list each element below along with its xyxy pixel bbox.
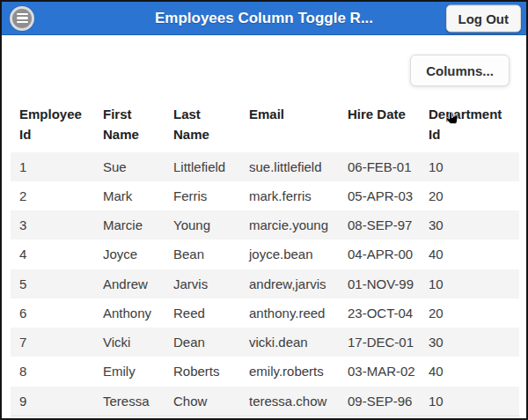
table-cell: 23-OCT-04 [339, 298, 420, 328]
table-cell: Littlefield [165, 152, 240, 181]
table-cell: teressa.chow [240, 387, 339, 416]
table-cell: 3 [11, 210, 94, 239]
table-cell: 40 [420, 239, 519, 269]
table-cell: 20 [420, 181, 519, 210]
column-header-department-id: Department Id [420, 100, 519, 152]
table-cell: 1 [11, 152, 94, 181]
app-header-bar: Employees Column Toggle R... Log Out [2, 2, 526, 35]
table-cell: Bean [165, 239, 240, 269]
table-cell: 2 [11, 181, 94, 210]
table-cell: andrew,jarvis [240, 269, 339, 298]
table-cell: 8 [11, 357, 94, 386]
page-title: Employees Column Toggle R... [155, 10, 373, 27]
table-cell: Chow [165, 387, 240, 416]
table-row: 3MarcieYoungmarcie.young08-SEP-9730 [11, 210, 519, 239]
columns-toggle-button[interactable]: Columns... [410, 55, 510, 86]
table-cell: Andrew [94, 269, 165, 298]
table-cell: 17-DEC-01 [339, 328, 420, 357]
table-row: 5AndrewJarvisandrew,jarvis01-NOV-9910 [11, 269, 519, 298]
table-cell: sue.littlefield [240, 152, 339, 181]
header-row: Employee Id First Name Last Name Email H… [11, 100, 519, 152]
table-cell: Jarvis [165, 269, 240, 298]
table-cell: emily.roberts [240, 357, 339, 386]
table-cell: anthony.reed [240, 298, 339, 328]
employees-table-header: Employee Id First Name Last Name Email H… [11, 100, 519, 152]
table-row: 1SueLittlefieldsue.littlefield06-FEB-011… [11, 152, 519, 181]
table-cell: 40 [420, 357, 519, 386]
table-cell: Vicki [94, 328, 165, 357]
table-cell: 9 [11, 387, 94, 416]
table-cell: 06-FEB-01 [339, 152, 420, 181]
table-cell: 6 [11, 298, 94, 328]
table-cell: Emily [94, 357, 165, 386]
employees-table-body: 1SueLittlefieldsue.littlefield06-FEB-011… [11, 152, 519, 416]
table-cell: Joyce [94, 239, 165, 269]
hamburger-menu-icon [17, 13, 28, 24]
table-cell: 04-APR-00 [339, 239, 420, 269]
table-cell: mark.ferris [240, 181, 339, 210]
table-cell: joyce.bean [240, 239, 339, 269]
hamburger-menu-button[interactable] [10, 6, 34, 31]
table-cell: 30 [420, 210, 519, 239]
app-window: Employees Column Toggle R... Log Out Col… [0, 0, 528, 420]
table-cell: Teressa [94, 387, 165, 416]
table-cell: 4 [11, 239, 94, 269]
table-row: 9TeressaChowteressa.chow09-SEP-9610 [11, 387, 519, 416]
table-cell: 01-NOV-99 [339, 269, 420, 298]
table-cell: Young [165, 210, 240, 239]
column-header-last-name: Last Name [165, 100, 240, 152]
table-cell: Roberts [165, 357, 240, 386]
table-cell: Anthony [94, 298, 165, 328]
table-cell: 05-APR-03 [339, 181, 420, 210]
table-cell: 10 [420, 152, 519, 181]
table-cell: vicki.dean [240, 328, 339, 357]
table-cell: 03-MAR-02 [339, 357, 420, 386]
page-content: Columns... Employee Id First Name Last N… [2, 35, 526, 416]
table-cell: 10 [420, 387, 519, 416]
table-cell: 7 [11, 328, 94, 357]
column-header-employee-id: Employee Id [11, 100, 94, 152]
table-row: 8EmilyRobertsemily.roberts03-MAR-0240 [11, 357, 519, 386]
employees-table: Employee Id First Name Last Name Email H… [11, 100, 519, 416]
table-cell: Marcie [94, 210, 165, 239]
table-cell: 09-SEP-96 [339, 387, 420, 416]
table-cell: 5 [11, 269, 94, 298]
table-cell: 20 [420, 298, 519, 328]
table-cell: 08-SEP-97 [339, 210, 420, 239]
table-row: 2MarkFerrismark.ferris05-APR-0320 [11, 181, 519, 210]
table-cell: Dean [165, 328, 240, 357]
table-row: 7VickiDeanvicki.dean17-DEC-0130 [11, 328, 519, 357]
column-header-first-name: First Name [94, 100, 165, 152]
table-cell: Ferris [165, 181, 240, 210]
table-row: 6AnthonyReedanthony.reed23-OCT-0420 [11, 298, 519, 328]
logout-button[interactable]: Log Out [446, 4, 521, 32]
table-row: 4JoyceBeanjoyce.bean04-APR-0040 [11, 239, 519, 269]
table-cell: Sue [94, 152, 165, 181]
table-cell: marcie.young [240, 210, 339, 239]
table-cell: 10 [420, 269, 519, 298]
table-cell: 30 [420, 328, 519, 357]
table-cell: Mark [94, 181, 165, 210]
column-header-email: Email [240, 100, 339, 152]
column-header-hire-date: Hire Date [339, 100, 420, 152]
table-cell: Reed [165, 298, 240, 328]
